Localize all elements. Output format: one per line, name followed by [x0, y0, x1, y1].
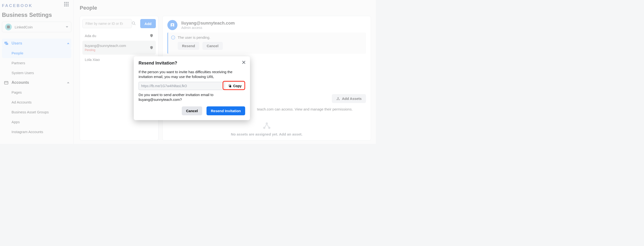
modal-help-text: If the person you want to invite has dif…: [138, 70, 245, 79]
svg-rect-13: [230, 85, 231, 87]
modal-cancel-button[interactable]: Cancel: [182, 106, 202, 115]
modal-title: Resend Invitation?: [138, 61, 245, 66]
close-icon[interactable]: ✕: [241, 60, 246, 65]
resend-invitation-modal: Resend Invitation? ✕ If the person you w…: [134, 56, 250, 120]
copy-icon: [228, 84, 232, 88]
modal-resend-button[interactable]: Resend Invitation: [206, 106, 245, 115]
modal-confirm-text: Do you want to send another invitation e…: [138, 92, 245, 102]
copy-button[interactable]: Copy: [225, 82, 245, 90]
invite-url-row: Copy: [138, 82, 245, 90]
invite-url-input[interactable]: [139, 82, 225, 90]
copy-label: Copy: [233, 84, 242, 88]
